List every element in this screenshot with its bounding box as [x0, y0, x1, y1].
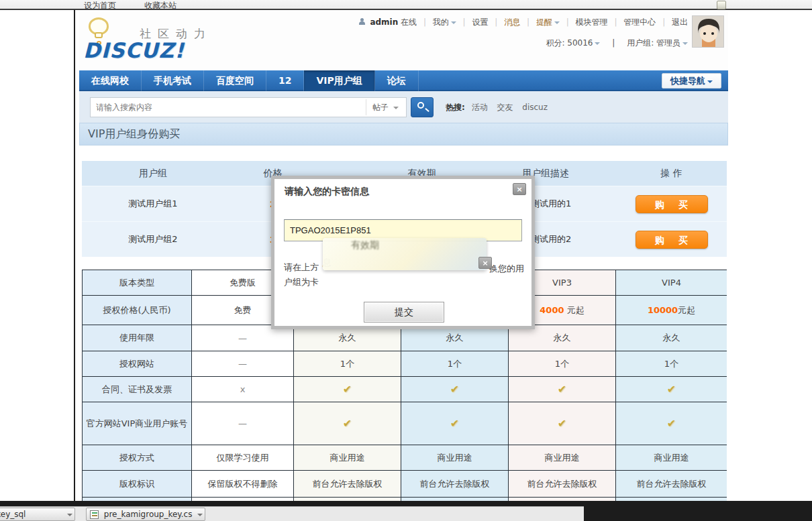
- browser-widget-icon[interactable]: [717, 1, 726, 9]
- price-unit: 元起: [678, 305, 695, 315]
- download-shelf-bg: up_key_sql pre_kamigroup_key.cs: [0, 506, 584, 521]
- table-row: 版权标识 保留版权不得删除 前台允许去除版权 前台允许去除版权 前台允许去除版权…: [83, 471, 727, 498]
- menu-module-admin[interactable]: 模块管理: [576, 17, 608, 27]
- dialog-hint-fragment: 户组为卡: [284, 276, 319, 288]
- online-status: 在线: [401, 17, 417, 27]
- menu-admin-center[interactable]: 管理中心: [623, 17, 656, 27]
- username[interactable]: admin: [370, 17, 398, 27]
- avatar[interactable]: [692, 15, 724, 48]
- user-bar: admin 在线 | 我的 | 设置 | 消息 | 提醒 | 模块管理 | 管理…: [272, 17, 688, 49]
- download-item[interactable]: up_key_sql: [0, 508, 75, 521]
- group-name: 测试用户组1: [82, 198, 224, 210]
- col-header-usergroup: 用户组: [82, 168, 224, 180]
- download-item[interactable]: pre_kamigroup_key.cs: [86, 508, 205, 521]
- col-header-version-type: 版本类型: [83, 270, 192, 296]
- menu-notices[interactable]: 提醒: [536, 17, 552, 27]
- row-label-vip-account: 官方网站VIP商业用户账号: [83, 402, 192, 445]
- price-unit: 元起: [564, 305, 585, 315]
- chevron-down-icon: [682, 42, 688, 45]
- check-icon: ✔: [616, 402, 727, 445]
- dialog-title: 请输入您的卡密信息: [285, 186, 369, 198]
- search-input[interactable]: [96, 99, 351, 116]
- user-icon: [358, 18, 366, 25]
- download-filename: up_key_sql: [0, 510, 26, 519]
- chevron-down-icon: [197, 514, 203, 516]
- chevron-down-icon: [393, 107, 399, 109]
- nav-tab-online-school[interactable]: 在线网校: [79, 70, 142, 91]
- credits-label[interactable]: 积分: 50016: [546, 38, 593, 48]
- chevron-down-icon: [707, 80, 713, 83]
- cell: 前台允许去除版权: [616, 471, 727, 498]
- check-icon: ✔: [509, 377, 616, 402]
- cell: —: [192, 351, 294, 377]
- cell: 前台允许去除版权: [509, 471, 616, 498]
- download-filename: pre_kamigroup_key.cs: [104, 510, 193, 519]
- col-header-vip4: VIP4: [616, 270, 727, 296]
- group-name: 测试用户组2: [82, 233, 224, 245]
- ghost-text: 有效期: [351, 239, 379, 251]
- cell: 1个: [616, 351, 727, 377]
- nav-tab-12[interactable]: 12: [266, 70, 304, 91]
- dialog-hint-fragment: 换您的用: [489, 263, 524, 275]
- bookmark-site-link[interactable]: 收藏本站: [144, 0, 176, 11]
- search-box: 帖子: [90, 97, 407, 117]
- menu-mine[interactable]: 我的: [433, 17, 449, 27]
- row-label-license-mode: 授权方式: [83, 445, 192, 471]
- row-label-price: 授权价格(人民币): [83, 296, 192, 325]
- nav-tab-forum[interactable]: 论坛: [375, 70, 419, 91]
- chevron-down-icon: [554, 21, 560, 24]
- page-title-banner: VIP用户组身份购买: [79, 123, 728, 146]
- card-key-dialog: 请输入您的卡密信息 × 请在上方 息 换您的用 户组为卡 有效期 × 提交: [271, 176, 535, 329]
- page-title: VIP用户组身份购买: [80, 123, 727, 145]
- download-shelf: up_key_sql pre_kamigroup_key.cs: [0, 501, 812, 521]
- hot-link-friends[interactable]: 交友: [497, 103, 513, 112]
- cell: 前台允许去除版权: [401, 471, 509, 498]
- chevron-down-icon: [67, 514, 72, 516]
- close-icon[interactable]: ×: [478, 257, 492, 269]
- usergroup-label[interactable]: 用户组: 管理员: [627, 38, 680, 48]
- search-icon: [417, 102, 424, 109]
- menu-settings[interactable]: 设置: [472, 17, 488, 27]
- col-header-action: 操 作: [616, 168, 727, 180]
- nav-tab-baidu-space[interactable]: 百度空间: [204, 70, 266, 91]
- hot-search: 热搜: 活动 交友 discuz: [446, 102, 554, 113]
- page-left-border: [74, 10, 75, 502]
- nav-tab-vip-usergroup[interactable]: VIP用户组: [304, 70, 374, 91]
- table-row: 官方网站VIP商业用户账号 — ✔ ✔ ✔ ✔: [83, 402, 727, 445]
- cell: 保留版权不得删除: [192, 471, 294, 498]
- check-icon: ✔: [294, 377, 401, 402]
- search-type-select[interactable]: 帖子: [366, 99, 405, 115]
- cell: 1个: [401, 351, 509, 377]
- check-icon: ✔: [509, 402, 616, 445]
- chevron-down-icon: [451, 21, 456, 24]
- chevron-down-icon: [595, 42, 600, 45]
- hot-link-activity[interactable]: 活动: [472, 103, 488, 112]
- menu-messages[interactable]: 消息: [504, 17, 520, 27]
- menu-logout[interactable]: 退出: [672, 17, 688, 27]
- table-row: 合同、证书及发票 x ✔ ✔ ✔ ✔: [83, 377, 727, 402]
- group-description: 是测试用的1: [522, 198, 616, 210]
- table-row: 授权网站 — 1个 1个 1个 1个: [83, 351, 727, 377]
- cell: x: [192, 377, 294, 402]
- set-homepage-link[interactable]: 设为首页: [84, 0, 116, 11]
- quick-nav-button[interactable]: 快捷导航: [662, 73, 721, 89]
- cell: 商业用途: [509, 445, 616, 471]
- ghost-popup-artifact: 有效期 ×: [323, 238, 487, 270]
- check-icon: ✔: [401, 402, 509, 445]
- nav-tab-mobile-exam[interactable]: 手机考试: [142, 70, 204, 91]
- buy-button[interactable]: 购 买: [636, 195, 708, 213]
- row-label-years: 使用年限: [83, 325, 192, 351]
- buy-button[interactable]: 购 买: [636, 231, 708, 249]
- submit-button[interactable]: 提交: [364, 302, 444, 323]
- search-button[interactable]: [411, 97, 434, 117]
- cell: 商业用途: [401, 445, 509, 471]
- price-number: 10000: [648, 305, 678, 315]
- col-header-description: 用户组描述: [522, 168, 616, 180]
- close-icon[interactable]: ×: [513, 183, 526, 195]
- logo-title[interactable]: DISCUZ!: [83, 38, 185, 62]
- cell: 前台允许去除版权: [294, 471, 401, 498]
- cell: 永久: [616, 325, 727, 351]
- row-label-copyright: 版权标识: [83, 471, 192, 498]
- hot-link-discuz[interactable]: discuz: [522, 103, 548, 112]
- cell: 仅限学习使用: [192, 445, 294, 471]
